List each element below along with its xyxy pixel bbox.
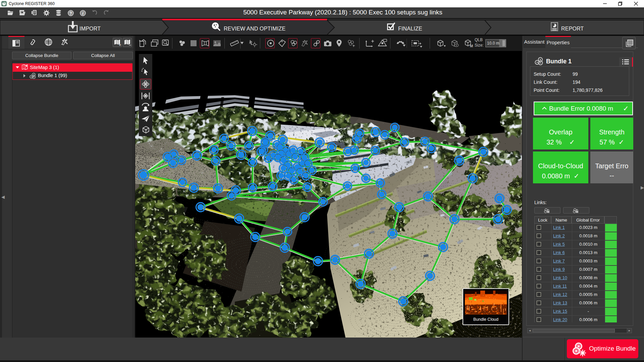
svg-text:?: ?: [69, 11, 72, 16]
svg-text:M: M: [470, 44, 473, 48]
svg-text:i: i: [82, 11, 84, 16]
